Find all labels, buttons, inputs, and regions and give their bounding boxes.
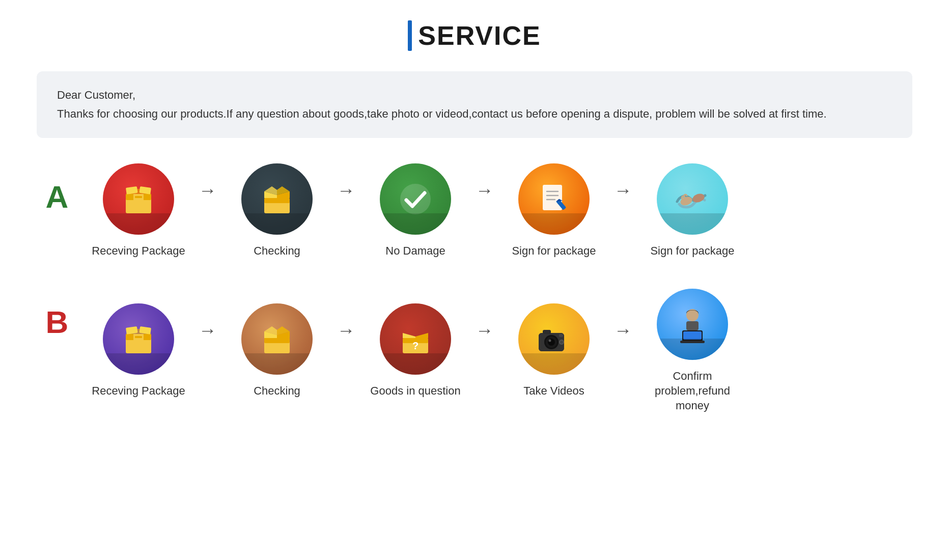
svg-point-33 bbox=[549, 339, 551, 342]
flow-row-a: A Receving Pack bbox=[37, 163, 912, 259]
icon-b3-question: ? bbox=[380, 303, 451, 375]
label-a1: Receving Package bbox=[92, 244, 185, 259]
flow-item-b5: Confirm problem,refund money bbox=[641, 289, 743, 413]
icon-a2-checking bbox=[241, 163, 313, 235]
icon-b2-checking bbox=[241, 303, 313, 375]
flow-section: A Receving Pack bbox=[37, 163, 912, 413]
label-b4: Take Videos bbox=[523, 384, 584, 399]
page-header: SERVICE bbox=[408, 20, 541, 51]
flow-item-b1: Receving Package bbox=[88, 303, 189, 399]
svg-text:?: ? bbox=[412, 340, 418, 351]
svg-rect-9 bbox=[543, 185, 562, 210]
flow-item-a4: Sign for package bbox=[503, 163, 605, 259]
label-a5: Sign for package bbox=[650, 244, 734, 259]
icon-a1-receiving bbox=[103, 163, 174, 235]
arrow-b1: → bbox=[199, 320, 217, 341]
icon-b4-camera bbox=[518, 303, 590, 375]
label-b3: Goods in question bbox=[370, 384, 460, 399]
flow-items-a: Receving Package → bbox=[88, 163, 912, 259]
title-accent-bar bbox=[408, 20, 412, 51]
label-a3: No Damage bbox=[385, 244, 445, 259]
icon-a4-sign bbox=[518, 163, 590, 235]
svg-point-16 bbox=[691, 192, 706, 204]
notice-line1: Dear Customer, bbox=[57, 86, 892, 104]
svg-rect-3 bbox=[135, 196, 142, 198]
icon-a3-no-damage bbox=[380, 163, 451, 235]
label-b1: Receving Package bbox=[92, 384, 185, 399]
icon-b5-refund bbox=[657, 289, 728, 360]
arrow-b2: → bbox=[337, 320, 355, 341]
notice-box: Dear Customer, Thanks for choosing our p… bbox=[37, 71, 912, 138]
flow-item-a3: No Damage bbox=[365, 163, 466, 259]
arrow-a3: → bbox=[476, 180, 494, 201]
svg-point-37 bbox=[560, 341, 563, 344]
svg-rect-35 bbox=[559, 334, 563, 337]
label-b5: Confirm problem,refund money bbox=[641, 369, 743, 413]
svg-point-8 bbox=[400, 184, 431, 214]
arrow-a4: → bbox=[614, 180, 632, 201]
label-a4: Sign for package bbox=[512, 244, 596, 259]
arrow-a2: → bbox=[337, 180, 355, 201]
arrow-b3: → bbox=[476, 320, 494, 341]
flow-item-a5: Sign for package bbox=[641, 163, 743, 259]
row-a-label: A bbox=[37, 179, 77, 215]
arrow-a1: → bbox=[199, 180, 217, 201]
svg-rect-20 bbox=[135, 336, 142, 338]
svg-rect-41 bbox=[683, 331, 702, 340]
svg-rect-34 bbox=[543, 330, 551, 334]
icon-b1-receiving bbox=[103, 303, 174, 375]
svg-rect-39 bbox=[686, 321, 699, 330]
icon-a5-handshake bbox=[657, 163, 728, 235]
flow-item-a2: Checking bbox=[226, 163, 328, 259]
svg-rect-7 bbox=[264, 198, 290, 203]
arrow-b4: → bbox=[614, 320, 632, 341]
flow-row-b: B Receving Package → bbox=[37, 289, 912, 413]
svg-point-32 bbox=[548, 339, 555, 346]
page-title: SERVICE bbox=[418, 20, 541, 51]
flow-item-b3: ? Goods in question bbox=[365, 303, 466, 399]
flow-item-b4: Take Videos bbox=[503, 303, 605, 399]
flow-item-a1: Receving Package bbox=[88, 163, 189, 259]
row-b-label: B bbox=[37, 304, 77, 340]
flow-items-b: Receving Package → Checking → bbox=[88, 289, 912, 413]
svg-rect-24 bbox=[264, 338, 290, 343]
notice-line2: Thanks for choosing our products.If any … bbox=[57, 104, 892, 123]
svg-rect-42 bbox=[680, 341, 705, 343]
flow-item-b2: Checking bbox=[226, 303, 328, 399]
label-a2: Checking bbox=[254, 244, 300, 259]
label-b2: Checking bbox=[254, 384, 300, 399]
